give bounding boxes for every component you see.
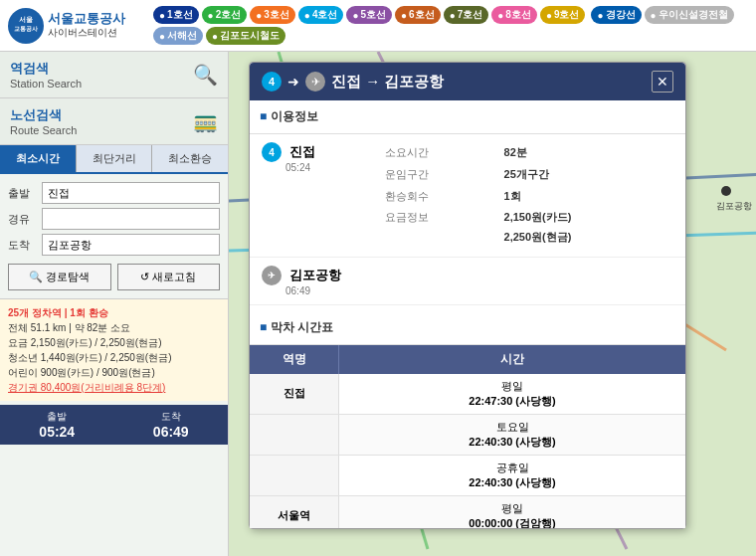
fare-label: 요금정보 bbox=[381, 207, 500, 249]
airport-icon: ✈ bbox=[305, 72, 325, 92]
result-total: 전체 51.1 km | 약 82분 소요 bbox=[8, 320, 220, 335]
arrive-input[interactable] bbox=[42, 234, 220, 256]
route-modal: 4 ➜ ✈ 진접 → 김포공항 ✕ 이용정보 4 진접 05:24 bbox=[249, 62, 686, 529]
via-input[interactable] bbox=[42, 208, 220, 230]
result-gyeonggi: 경기권 80,400원(거리비례용 8단계) bbox=[8, 380, 220, 395]
line7-badge[interactable]: ● 7호선 bbox=[444, 6, 489, 24]
transfers-value: 1회 bbox=[500, 186, 673, 208]
via-row: 경유 bbox=[8, 208, 220, 230]
line4-circle: 4 bbox=[262, 72, 282, 92]
route-search-section[interactable]: 노선검색 Route Search 🚃 bbox=[0, 98, 228, 145]
time-cell-1b: 토요일 22:40:30 (사당행) bbox=[339, 415, 685, 455]
fare-sections-label: 운임구간 bbox=[381, 164, 500, 186]
station-search-ko: 역검색 bbox=[10, 60, 82, 78]
company-name: 서울교통공사 bbox=[48, 11, 125, 27]
blank-cell-2 bbox=[250, 456, 339, 495]
fare-sections-value: 25개구간 bbox=[500, 164, 673, 186]
arrive-row: 도착 bbox=[8, 234, 220, 256]
section-timetable-title: 막차 시간표 bbox=[250, 311, 685, 345]
line-badges: ● 1호선 ● 2호선 ● 3호선 ● 4호선 ● 5호선 ● 6호선 ● 7호… bbox=[153, 6, 748, 45]
svg-point-13 bbox=[721, 186, 731, 196]
route-details: 소요시간 82분 운임구간 25개구간 환승회수 1회 bbox=[381, 142, 673, 249]
route-search-en: Route Search bbox=[10, 124, 77, 136]
tab-min-time[interactable]: 최소시간 bbox=[0, 145, 77, 172]
depart-label: 출발 bbox=[8, 186, 38, 201]
line9-badge[interactable]: ● 9호선 bbox=[540, 6, 586, 24]
from-station-row: 4 진접 05:24 소요시간 82분 운임구간 bbox=[250, 134, 685, 258]
line3-badge[interactable]: ● 3호선 bbox=[250, 6, 295, 24]
col-station: 역명 bbox=[250, 345, 339, 374]
from-station-name: 진접 bbox=[289, 143, 315, 161]
line8-badge[interactable]: ● 8호선 bbox=[491, 6, 537, 24]
route-form: 출발 경유 도착 🔍 경로탐색 ↺ 새로고침 bbox=[0, 174, 228, 298]
to-station-info: ✈ 김포공항 06:49 bbox=[262, 266, 381, 296]
gyeonggang-badge[interactable]: ● 경강선 bbox=[591, 6, 641, 24]
timetable-row-4: 서울역 평일 00:00:00 (검암행) bbox=[250, 496, 685, 528]
result-info: 25개 정차역 | 1회 환승 전체 51.1 km | 약 82분 소요 요금… bbox=[0, 298, 228, 401]
result-fare2: 청소년 1,440원(카드) / 2,250원(현금) bbox=[8, 350, 220, 365]
route-search-ko: 노선검색 bbox=[10, 106, 77, 124]
fare-value: 2,150원(카드)2,250원(현금) bbox=[500, 207, 673, 249]
top-bar: 서울 교통공사 서울교통공사 사이버스테이션 ● 1호선 ● 2호선 ● 3호선… bbox=[0, 0, 756, 52]
depart-time-value: 05:24 bbox=[0, 424, 114, 440]
search-button[interactable]: 🔍 경로탐색 bbox=[8, 264, 111, 290]
reset-button[interactable]: ↺ 새로고침 bbox=[117, 264, 221, 290]
from-line-badge: 4 bbox=[262, 142, 282, 162]
to-station-row: ✈ 김포공항 06:49 bbox=[250, 258, 685, 305]
timetable-row-1: 진접 평일 22:47:30 (사당행) bbox=[250, 374, 685, 415]
arrive-label: 도착 bbox=[8, 238, 38, 253]
depart-time-box: 출발 05:24 bbox=[0, 405, 114, 445]
depart-input[interactable] bbox=[42, 182, 220, 204]
col-time: 시간 bbox=[339, 345, 685, 374]
depart-row: 출발 bbox=[8, 182, 220, 204]
svg-text:김포공항: 김포공항 bbox=[716, 201, 752, 211]
depart-time-label: 출발 bbox=[0, 410, 114, 424]
result-summary: 25개 정차역 | 1회 환승 bbox=[8, 305, 220, 320]
search-icon: 🔍 bbox=[193, 63, 218, 87]
time-row: 출발 05:24 도착 06:49 bbox=[0, 405, 228, 445]
close-button[interactable]: ✕ bbox=[652, 71, 673, 93]
line2-badge[interactable]: ● 2호선 bbox=[202, 6, 248, 24]
station-search-section[interactable]: 역검색 Station Search 🔍 bbox=[0, 52, 228, 98]
modal-header: 4 ➜ ✈ 진접 → 김포공항 ✕ bbox=[250, 63, 685, 100]
from-station-time: 05:24 bbox=[285, 162, 381, 173]
station-search-en: Station Search bbox=[10, 78, 82, 90]
tab-min-transfer[interactable]: 최소환승 bbox=[152, 145, 228, 172]
company-sub: 사이버스테이션 bbox=[48, 26, 125, 40]
section-usage-title: 이용정보 bbox=[250, 100, 685, 134]
arrive-time-label: 도착 bbox=[114, 410, 229, 424]
ui-badge[interactable]: ● 우이신설경전철 bbox=[645, 6, 734, 24]
from-station-info: 4 진접 05:24 bbox=[262, 142, 381, 173]
to-station-name: 김포공항 bbox=[289, 267, 341, 284]
line6-badge[interactable]: ● 6호선 bbox=[395, 6, 441, 24]
timetable-header: 역명 시간 bbox=[250, 345, 685, 374]
route-tabs: 최소시간 최단거리 최소환승 bbox=[0, 145, 228, 174]
blank-cell-1 bbox=[250, 415, 339, 455]
seohae-badge[interactable]: ● 서해선 bbox=[153, 27, 203, 45]
gimpo-badge[interactable]: ● 김포도시철도 bbox=[206, 27, 285, 45]
time-cell-1a: 평일 22:47:30 (사당행) bbox=[339, 374, 685, 414]
travel-time-label: 소요시간 bbox=[381, 142, 500, 164]
modal-body: 이용정보 4 진접 05:24 소요시간 8 bbox=[250, 100, 685, 528]
search-icon2: 🔍 bbox=[29, 271, 43, 283]
timetable-row-2: 토요일 22:40:30 (사당행) bbox=[250, 415, 685, 456]
refresh-icon: ↺ bbox=[140, 271, 149, 283]
svg-text:교통공사: 교통공사 bbox=[14, 26, 39, 32]
timetable-row-3: 공휴일 22:40:30 (사당행) bbox=[250, 456, 685, 496]
tab-min-distance[interactable]: 최단거리 bbox=[77, 145, 153, 172]
logo-area: 서울 교통공사 서울교통공사 사이버스테이션 bbox=[8, 8, 147, 44]
time-cell-2a: 평일 00:00:00 (검암행) bbox=[339, 496, 685, 528]
station-cell-2: 서울역 bbox=[250, 496, 339, 528]
travel-time-value: 82분 bbox=[500, 142, 673, 164]
result-fare3: 어린이 900원(카드) / 900원(현금) bbox=[8, 365, 220, 380]
station-cell-1: 진접 bbox=[250, 374, 339, 414]
sidebar: 역검색 Station Search 🔍 노선검색 Route Search 🚃… bbox=[0, 52, 229, 556]
line4-badge[interactable]: ● 4호선 bbox=[298, 6, 344, 24]
line1-badge[interactable]: ● 1호선 bbox=[153, 6, 199, 24]
main-layout: 역검색 Station Search 🔍 노선검색 Route Search 🚃… bbox=[0, 52, 756, 556]
action-buttons: 🔍 경로탐색 ↺ 새로고침 bbox=[8, 264, 220, 290]
modal-title: 진접 → 김포공항 bbox=[331, 73, 646, 92]
line5-badge[interactable]: ● 5호선 bbox=[346, 6, 392, 24]
arrive-time-value: 06:49 bbox=[114, 424, 229, 440]
train-icon: 🚃 bbox=[193, 109, 218, 133]
